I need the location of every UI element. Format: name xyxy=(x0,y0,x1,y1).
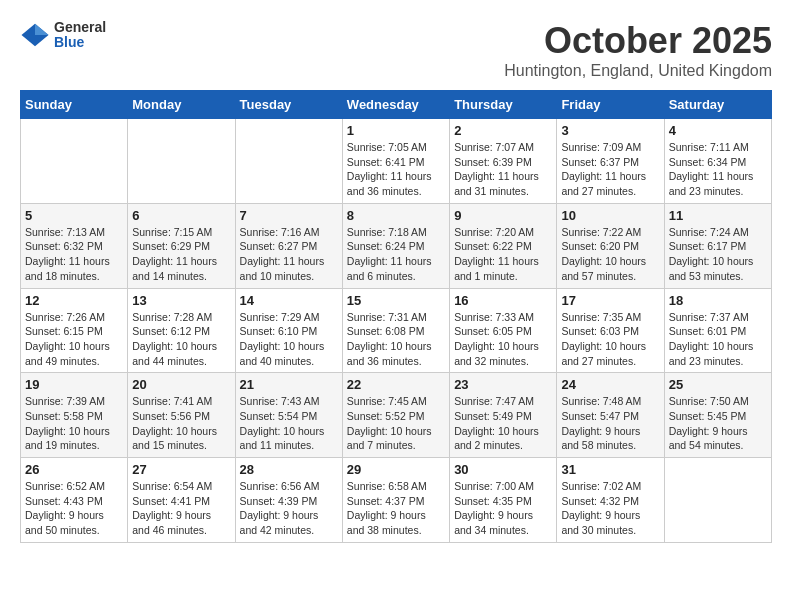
header: General Blue October 2025 Huntington, En… xyxy=(20,20,772,80)
day-header-tuesday: Tuesday xyxy=(235,91,342,119)
location: Huntington, England, United Kingdom xyxy=(504,62,772,80)
calendar-day-14: 14Sunrise: 7:29 AM Sunset: 6:10 PM Dayli… xyxy=(235,288,342,373)
svg-marker-1 xyxy=(35,24,49,35)
day-number: 1 xyxy=(347,123,445,138)
calendar-day-12: 12Sunrise: 7:26 AM Sunset: 6:15 PM Dayli… xyxy=(21,288,128,373)
day-header-monday: Monday xyxy=(128,91,235,119)
day-number: 15 xyxy=(347,293,445,308)
day-info: Sunrise: 7:18 AM Sunset: 6:24 PM Dayligh… xyxy=(347,225,445,284)
day-number: 11 xyxy=(669,208,767,223)
day-number: 30 xyxy=(454,462,552,477)
title-area: October 2025 Huntington, England, United… xyxy=(504,20,772,80)
day-number: 23 xyxy=(454,377,552,392)
calendar-day-10: 10Sunrise: 7:22 AM Sunset: 6:20 PM Dayli… xyxy=(557,203,664,288)
calendar-day-8: 8Sunrise: 7:18 AM Sunset: 6:24 PM Daylig… xyxy=(342,203,449,288)
day-info: Sunrise: 7:24 AM Sunset: 6:17 PM Dayligh… xyxy=(669,225,767,284)
day-number: 7 xyxy=(240,208,338,223)
day-number: 3 xyxy=(561,123,659,138)
calendar-day-6: 6Sunrise: 7:15 AM Sunset: 6:29 PM Daylig… xyxy=(128,203,235,288)
day-number: 27 xyxy=(132,462,230,477)
day-info: Sunrise: 7:43 AM Sunset: 5:54 PM Dayligh… xyxy=(240,394,338,453)
calendar-day-16: 16Sunrise: 7:33 AM Sunset: 6:05 PM Dayli… xyxy=(450,288,557,373)
day-info: Sunrise: 7:33 AM Sunset: 6:05 PM Dayligh… xyxy=(454,310,552,369)
day-info: Sunrise: 7:16 AM Sunset: 6:27 PM Dayligh… xyxy=(240,225,338,284)
day-header-thursday: Thursday xyxy=(450,91,557,119)
day-header-wednesday: Wednesday xyxy=(342,91,449,119)
logo-icon xyxy=(20,20,50,50)
calendar-day-7: 7Sunrise: 7:16 AM Sunset: 6:27 PM Daylig… xyxy=(235,203,342,288)
calendar-week-row: 1Sunrise: 7:05 AM Sunset: 6:41 PM Daylig… xyxy=(21,119,772,204)
logo: General Blue xyxy=(20,20,106,51)
calendar-day-26: 26Sunrise: 6:52 AM Sunset: 4:43 PM Dayli… xyxy=(21,458,128,543)
calendar-day-1: 1Sunrise: 7:05 AM Sunset: 6:41 PM Daylig… xyxy=(342,119,449,204)
day-number: 26 xyxy=(25,462,123,477)
day-info: Sunrise: 6:58 AM Sunset: 4:37 PM Dayligh… xyxy=(347,479,445,538)
day-info: Sunrise: 7:13 AM Sunset: 6:32 PM Dayligh… xyxy=(25,225,123,284)
calendar-header-row: SundayMondayTuesdayWednesdayThursdayFrid… xyxy=(21,91,772,119)
day-info: Sunrise: 7:07 AM Sunset: 6:39 PM Dayligh… xyxy=(454,140,552,199)
calendar-day-4: 4Sunrise: 7:11 AM Sunset: 6:34 PM Daylig… xyxy=(664,119,771,204)
day-number: 24 xyxy=(561,377,659,392)
calendar-day-11: 11Sunrise: 7:24 AM Sunset: 6:17 PM Dayli… xyxy=(664,203,771,288)
day-number: 28 xyxy=(240,462,338,477)
calendar-day-15: 15Sunrise: 7:31 AM Sunset: 6:08 PM Dayli… xyxy=(342,288,449,373)
day-info: Sunrise: 7:02 AM Sunset: 4:32 PM Dayligh… xyxy=(561,479,659,538)
day-number: 6 xyxy=(132,208,230,223)
day-info: Sunrise: 7:26 AM Sunset: 6:15 PM Dayligh… xyxy=(25,310,123,369)
day-number: 12 xyxy=(25,293,123,308)
calendar-week-row: 19Sunrise: 7:39 AM Sunset: 5:58 PM Dayli… xyxy=(21,373,772,458)
day-header-sunday: Sunday xyxy=(21,91,128,119)
calendar-day-20: 20Sunrise: 7:41 AM Sunset: 5:56 PM Dayli… xyxy=(128,373,235,458)
day-info: Sunrise: 7:31 AM Sunset: 6:08 PM Dayligh… xyxy=(347,310,445,369)
day-number: 8 xyxy=(347,208,445,223)
logo-general: General xyxy=(54,20,106,35)
day-number: 22 xyxy=(347,377,445,392)
calendar: SundayMondayTuesdayWednesdayThursdayFrid… xyxy=(20,90,772,543)
day-number: 20 xyxy=(132,377,230,392)
day-info: Sunrise: 7:37 AM Sunset: 6:01 PM Dayligh… xyxy=(669,310,767,369)
day-number: 21 xyxy=(240,377,338,392)
calendar-day-30: 30Sunrise: 7:00 AM Sunset: 4:35 PM Dayli… xyxy=(450,458,557,543)
calendar-day-2: 2Sunrise: 7:07 AM Sunset: 6:39 PM Daylig… xyxy=(450,119,557,204)
day-number: 2 xyxy=(454,123,552,138)
calendar-day-3: 3Sunrise: 7:09 AM Sunset: 6:37 PM Daylig… xyxy=(557,119,664,204)
day-info: Sunrise: 6:56 AM Sunset: 4:39 PM Dayligh… xyxy=(240,479,338,538)
calendar-empty-cell xyxy=(664,458,771,543)
calendar-week-row: 26Sunrise: 6:52 AM Sunset: 4:43 PM Dayli… xyxy=(21,458,772,543)
day-number: 14 xyxy=(240,293,338,308)
calendar-empty-cell xyxy=(128,119,235,204)
day-number: 29 xyxy=(347,462,445,477)
calendar-day-5: 5Sunrise: 7:13 AM Sunset: 6:32 PM Daylig… xyxy=(21,203,128,288)
day-info: Sunrise: 6:52 AM Sunset: 4:43 PM Dayligh… xyxy=(25,479,123,538)
day-number: 25 xyxy=(669,377,767,392)
calendar-day-18: 18Sunrise: 7:37 AM Sunset: 6:01 PM Dayli… xyxy=(664,288,771,373)
day-number: 4 xyxy=(669,123,767,138)
day-info: Sunrise: 7:05 AM Sunset: 6:41 PM Dayligh… xyxy=(347,140,445,199)
day-info: Sunrise: 7:39 AM Sunset: 5:58 PM Dayligh… xyxy=(25,394,123,453)
day-number: 31 xyxy=(561,462,659,477)
day-header-friday: Friday xyxy=(557,91,664,119)
day-info: Sunrise: 7:11 AM Sunset: 6:34 PM Dayligh… xyxy=(669,140,767,199)
day-info: Sunrise: 7:41 AM Sunset: 5:56 PM Dayligh… xyxy=(132,394,230,453)
day-info: Sunrise: 7:20 AM Sunset: 6:22 PM Dayligh… xyxy=(454,225,552,284)
day-number: 9 xyxy=(454,208,552,223)
calendar-day-25: 25Sunrise: 7:50 AM Sunset: 5:45 PM Dayli… xyxy=(664,373,771,458)
calendar-day-21: 21Sunrise: 7:43 AM Sunset: 5:54 PM Dayli… xyxy=(235,373,342,458)
calendar-day-31: 31Sunrise: 7:02 AM Sunset: 4:32 PM Dayli… xyxy=(557,458,664,543)
calendar-day-19: 19Sunrise: 7:39 AM Sunset: 5:58 PM Dayli… xyxy=(21,373,128,458)
day-number: 19 xyxy=(25,377,123,392)
day-info: Sunrise: 7:50 AM Sunset: 5:45 PM Dayligh… xyxy=(669,394,767,453)
logo-blue: Blue xyxy=(54,35,106,50)
day-number: 16 xyxy=(454,293,552,308)
calendar-week-row: 5Sunrise: 7:13 AM Sunset: 6:32 PM Daylig… xyxy=(21,203,772,288)
calendar-day-13: 13Sunrise: 7:28 AM Sunset: 6:12 PM Dayli… xyxy=(128,288,235,373)
day-info: Sunrise: 7:22 AM Sunset: 6:20 PM Dayligh… xyxy=(561,225,659,284)
calendar-day-27: 27Sunrise: 6:54 AM Sunset: 4:41 PM Dayli… xyxy=(128,458,235,543)
calendar-day-9: 9Sunrise: 7:20 AM Sunset: 6:22 PM Daylig… xyxy=(450,203,557,288)
day-number: 10 xyxy=(561,208,659,223)
day-number: 5 xyxy=(25,208,123,223)
day-number: 17 xyxy=(561,293,659,308)
day-info: Sunrise: 7:00 AM Sunset: 4:35 PM Dayligh… xyxy=(454,479,552,538)
calendar-day-17: 17Sunrise: 7:35 AM Sunset: 6:03 PM Dayli… xyxy=(557,288,664,373)
day-info: Sunrise: 7:35 AM Sunset: 6:03 PM Dayligh… xyxy=(561,310,659,369)
